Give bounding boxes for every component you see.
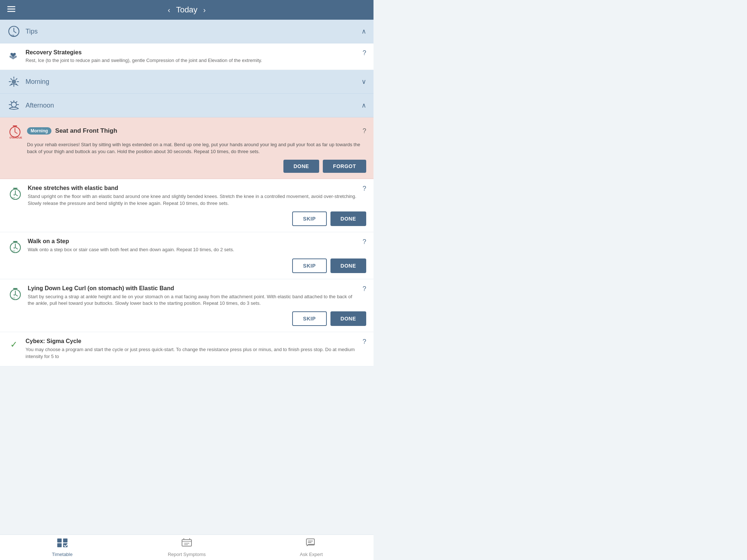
recovery-content: Recovery Strategies Rest, Ice (to the jo…	[26, 49, 359, 64]
date-navigation: ‹ Today ›	[168, 5, 206, 15]
recovery-icon	[7, 49, 20, 62]
exercise-help-icon-1[interactable]: ?	[363, 238, 366, 246]
exercise-desc-1: Walk onto a step box or stair case with …	[28, 246, 359, 253]
svg-text:min: min	[12, 250, 15, 252]
overdue-timer-icon: OVERDUE	[7, 123, 23, 139]
recovery-help-icon[interactable]: ?	[363, 49, 366, 57]
exercise-actions-2: SKIP DONE	[7, 311, 366, 326]
exercise-help-icon-0[interactable]: ?	[363, 185, 366, 192]
exercise-content-0: Knee stretches with elastic band Stand u…	[28, 185, 359, 207]
svg-line-12	[11, 79, 12, 80]
recovery-title: Recovery Strategies	[26, 49, 359, 56]
menu-icon[interactable]	[7, 6, 15, 14]
exercise-card-1: 5 min Walk on a Step Walk onto a step bo…	[0, 232, 374, 279]
tips-icon: 24	[7, 25, 20, 38]
exercise-title-1: Walk on a Step	[28, 238, 359, 245]
svg-text:min: min	[12, 297, 15, 299]
cybex-title: Cybex: Sigma Cycle	[26, 338, 359, 345]
exercise-card-2: 5 min Lying Down Leg Curl (on stomach) w…	[0, 279, 374, 332]
cybex-content: Cybex: Sigma Cycle You may choose a prog…	[26, 338, 359, 360]
header: ‹ Today ›	[0, 0, 374, 20]
afternoon-section-header[interactable]: Afternoon ∧	[0, 94, 374, 117]
afternoon-section-title: Afternoon	[26, 102, 361, 109]
overdue-header: OVERDUE Morning Seat and Front Thigh ?	[7, 123, 366, 139]
exercise-desc-2: Start by securing a strap at ankle heigh…	[28, 293, 359, 307]
exercise-content-2: Lying Down Leg Curl (on stomach) with El…	[28, 285, 359, 307]
exercise-done-button-2[interactable]: DONE	[330, 311, 366, 326]
svg-rect-0	[7, 6, 15, 7]
cybex-description: You may choose a program and start the c…	[26, 346, 359, 360]
recovery-description: Rest, Ice (to the joint to reduce pain a…	[26, 57, 359, 64]
exercise-skip-button-0[interactable]: SKIP	[292, 211, 327, 226]
exercise-timer-icon-2: 5 min	[7, 285, 23, 301]
exercise-help-icon-2[interactable]: ?	[363, 285, 366, 293]
exercise-desc-0: Stand upright on the floor with an elast…	[28, 193, 359, 207]
exercise-actions-1: SKIP DONE	[7, 258, 366, 273]
svg-text:5: 5	[13, 294, 15, 296]
current-date-label: Today	[176, 5, 198, 15]
exercise-title-0: Knee stretches with elastic band	[28, 185, 359, 191]
exercise-title-2: Lying Down Leg Curl (on stomach) with El…	[28, 285, 359, 292]
overdue-help-icon[interactable]: ?	[363, 127, 366, 135]
next-day-button[interactable]: ›	[203, 6, 206, 14]
overdue-done-button[interactable]: DONE	[283, 160, 319, 173]
exercise-card-0: 5 min Knee stretches with elastic band S…	[0, 179, 374, 232]
overdue-actions: DONE FORGOT	[7, 160, 366, 173]
morning-chevron-icon: ∨	[361, 78, 366, 86]
svg-rect-2	[7, 11, 15, 12]
overdue-exercise-title: Seat and Front Thigh	[55, 127, 117, 135]
exercise-done-button-1[interactable]: DONE	[330, 258, 366, 273]
svg-line-14	[16, 79, 17, 80]
svg-line-5	[14, 31, 16, 33]
tips-section-title: Tips	[26, 28, 361, 35]
overdue-exercise-description: Do your rehab exercises! Start by sittin…	[27, 141, 366, 155]
overdue-forgot-button[interactable]: FORGOT	[323, 160, 366, 173]
svg-text:5: 5	[13, 247, 15, 249]
exercise-header-1: 5 min Walk on a Step Walk onto a step bo…	[7, 238, 366, 254]
tips-section-header[interactable]: 24 Tips ∧	[0, 20, 374, 43]
svg-line-24	[15, 132, 17, 133]
exercise-header-0: 5 min Knee stretches with elastic band S…	[7, 185, 366, 207]
svg-text:OVERDUE: OVERDUE	[9, 136, 22, 139]
tips-chevron-icon: ∧	[361, 27, 366, 35]
svg-rect-36	[13, 288, 18, 289]
exercise-header-2: 5 min Lying Down Leg Curl (on stomach) w…	[7, 285, 366, 307]
svg-rect-28	[13, 188, 18, 189]
svg-point-7	[12, 79, 16, 84]
svg-rect-25	[13, 125, 17, 127]
svg-text:24: 24	[11, 34, 14, 37]
cybex-help-icon[interactable]: ?	[363, 338, 366, 346]
cybex-completed-card: ✓ Cybex: Sigma Cycle You may choose a pr…	[0, 332, 374, 366]
overdue-exercise-card: OVERDUE Morning Seat and Front Thigh ? D…	[0, 117, 374, 179]
overdue-morning-badge: Morning	[27, 127, 51, 135]
main-content: ‹ Today › 24 Tips ∧ Recovery Strateg	[0, 0, 374, 392]
svg-text:min: min	[12, 197, 15, 199]
exercise-skip-button-1[interactable]: SKIP	[292, 258, 327, 273]
prev-day-button[interactable]: ‹	[168, 6, 170, 14]
exercise-skip-button-2[interactable]: SKIP	[292, 311, 327, 326]
recovery-strategies-item: Recovery Strategies Rest, Ice (to the jo…	[0, 43, 374, 70]
svg-line-21	[16, 102, 17, 103]
completed-checkmark-icon: ✓	[7, 338, 20, 351]
exercise-content-1: Walk on a Step Walk onto a step box or s…	[28, 238, 359, 253]
morning-section-title: Morning	[26, 78, 361, 86]
svg-rect-1	[7, 8, 15, 9]
afternoon-icon	[7, 99, 20, 112]
morning-section-header[interactable]: Morning ∨	[0, 70, 374, 94]
morning-icon	[7, 75, 20, 88]
exercise-done-button-0[interactable]: DONE	[330, 211, 366, 226]
svg-text:5: 5	[13, 194, 15, 196]
svg-line-20	[11, 102, 12, 103]
afternoon-chevron-icon: ∧	[361, 101, 366, 109]
svg-rect-32	[13, 241, 18, 242]
exercise-actions-0: SKIP DONE	[7, 211, 366, 226]
exercise-timer-icon-1: 5 min	[7, 238, 23, 254]
exercise-timer-icon-0: 5 min	[7, 185, 23, 201]
